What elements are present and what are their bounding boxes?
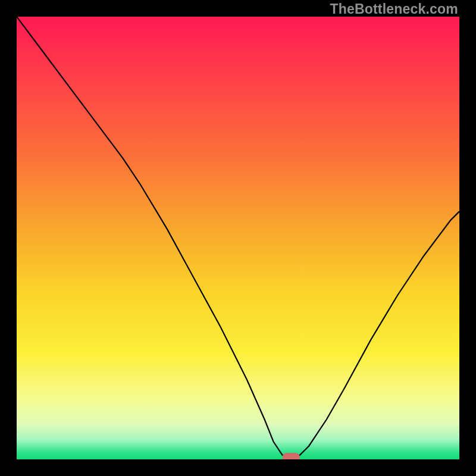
chart-frame: TheBottleneck.com <box>0 0 476 476</box>
chart-svg <box>17 17 459 459</box>
optimal-marker <box>283 453 299 459</box>
watermark-text: TheBottleneck.com <box>330 1 458 17</box>
plot-area <box>17 17 459 459</box>
gradient-background <box>17 17 459 459</box>
